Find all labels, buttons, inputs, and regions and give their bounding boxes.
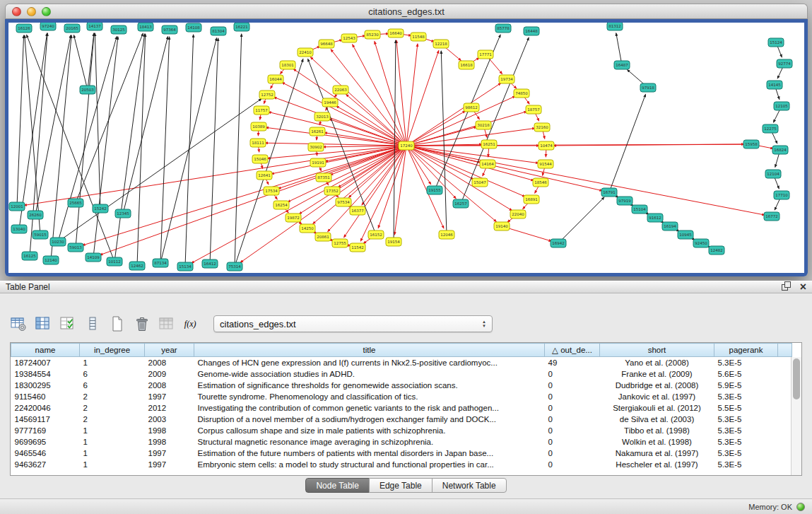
graph-node[interactable]: 13040 <box>11 225 27 233</box>
zoom-window-button[interactable] <box>42 7 51 16</box>
cell-short[interactable]: Nakamura et al. (1997) <box>600 448 714 459</box>
cell-year[interactable]: 2008 <box>145 380 194 391</box>
graph-node[interactable]: 12482 <box>709 246 724 255</box>
cell-out_degree[interactable]: 0 <box>545 402 600 414</box>
graph-node[interactable]: 14109 <box>86 253 101 262</box>
network-table-selector[interactable]: citations_edges.txt ▲ ▼ <box>213 315 493 332</box>
graph-edge[interactable] <box>95 33 100 209</box>
cell-year[interactable]: 2012 <box>145 402 194 414</box>
graph-node[interactable]: 30902 <box>308 143 324 151</box>
cell-year[interactable]: 1998 <box>145 436 194 448</box>
graph-node[interactable]: 14108 <box>186 23 201 32</box>
graph-edge[interactable] <box>83 146 406 245</box>
cell-year[interactable]: 2009 <box>145 368 194 380</box>
graph-node[interactable]: 16221 <box>234 23 249 31</box>
graph-node[interactable]: 15242 <box>93 204 108 213</box>
graph-node[interactable]: 16487 <box>614 61 630 69</box>
cell-out_degree[interactable]: 0 <box>545 425 600 436</box>
graph-node[interactable]: 14137 <box>87 23 102 30</box>
graph-edge[interactable] <box>76 33 94 247</box>
cell-short[interactable]: Franke et al. (2009) <box>600 368 714 380</box>
graph-node[interactable]: 97240 <box>40 23 56 30</box>
cell-name[interactable]: 9465546 <box>11 448 80 459</box>
graph-node[interactable]: 10945 <box>678 230 693 239</box>
graph-node[interactable]: 17352 <box>324 187 340 195</box>
cell-out_degree[interactable]: 0 <box>545 368 600 380</box>
graph-node[interactable]: 22040 <box>510 210 526 218</box>
graph-node[interactable]: 97918 <box>640 83 656 92</box>
graph-node[interactable]: 16254 <box>273 201 289 209</box>
graph-edge[interactable] <box>93 37 118 257</box>
graph-node[interactable]: 18301 <box>280 61 295 69</box>
graph-node[interactable]: 12001 <box>9 202 25 211</box>
cell-title[interactable]: Estimation of significance thresholds fo… <box>194 380 545 391</box>
graph-node[interactable]: 16152 <box>368 230 384 239</box>
graph-node[interactable]: 12462 <box>129 262 145 270</box>
graph-edge[interactable] <box>265 143 406 146</box>
graph-edge[interactable] <box>185 35 194 267</box>
cell-out_degree[interactable]: 0 <box>545 380 600 391</box>
cell-title[interactable]: Changes of HCN gene expression and I(f) … <box>194 357 545 368</box>
graph-edge[interactable] <box>123 37 168 214</box>
table-row[interactable]: 946554611997Estimation of the future num… <box>11 448 792 459</box>
graph-node[interactable]: 96648 <box>319 40 334 48</box>
cell-year[interactable]: 1998 <box>145 425 194 436</box>
table-row[interactable]: 1938455462009Genome-wide association stu… <box>11 368 792 380</box>
graph-node[interactable]: 16824 <box>772 146 788 154</box>
table-row[interactable]: 911546021997Tourette syndrome. Phenomeno… <box>11 391 792 402</box>
cell-year[interactable]: 1997 <box>145 459 194 470</box>
cell-title[interactable]: Corpus callosum shape and size in male p… <box>194 425 545 436</box>
cell-title[interactable]: Tourette syndrome. Phenomenology and cla… <box>194 391 545 402</box>
cell-name[interactable]: 18724007 <box>11 357 80 368</box>
minimize-window-button[interactable] <box>27 7 36 16</box>
graph-edge[interactable] <box>344 146 406 238</box>
graph-node[interactable]: 20165 <box>64 24 80 33</box>
import-table-button[interactable] <box>158 315 175 332</box>
cell-out_degree[interactable]: 0 <box>545 436 600 448</box>
tab-edge-table[interactable]: Edge Table <box>369 478 433 493</box>
graph-edge[interactable] <box>137 34 146 266</box>
graph-edge[interactable] <box>88 33 94 90</box>
table-row[interactable]: 977716911998Corpus callosum shape and si… <box>11 425 792 436</box>
graph-node[interactable]: 16448 <box>524 27 539 35</box>
cell-year[interactable]: 2008 <box>145 357 194 368</box>
table-row[interactable]: 1830029562008Estimation of significance … <box>11 380 792 391</box>
graph-node[interactable]: 19734 <box>499 75 514 83</box>
graph-node[interactable]: 17240 <box>399 141 414 150</box>
graph-node[interactable]: 18757 <box>526 105 541 114</box>
cell-in_degree[interactable]: 1 <box>80 357 145 368</box>
function-builder-button[interactable]: f(x) <box>183 315 200 332</box>
cell-in_degree[interactable]: 1 <box>80 459 145 470</box>
graph-node[interactable]: 10112 <box>107 257 122 266</box>
graph-node[interactable]: 15104 <box>632 205 647 214</box>
cell-in_degree[interactable]: 1 <box>80 425 145 436</box>
tab-node-table[interactable]: Node Table <box>305 478 370 493</box>
cell-name[interactable]: 18300295 <box>11 380 80 391</box>
graph-node[interactable]: 32160 <box>534 123 550 132</box>
table-row[interactable]: 1872400712008Changes of HCN gene express… <box>11 357 792 368</box>
graph-node[interactable]: 16412 <box>202 259 218 268</box>
graph-node[interactable]: 12543 <box>341 34 357 42</box>
graph-node[interactable]: 91544 <box>538 160 553 168</box>
graph-node[interactable]: 19446 <box>322 98 338 107</box>
graph-node[interactable]: 75314 <box>227 262 242 271</box>
graph-node[interactable]: 92450 <box>693 239 709 247</box>
graph-node[interactable]: 12275 <box>763 124 778 133</box>
graph-edge[interactable] <box>160 37 170 263</box>
create-new-column-button[interactable] <box>109 315 126 332</box>
graph-node[interactable]: 16251 <box>481 140 497 148</box>
graph-node[interactable]: 15047 <box>472 178 488 187</box>
graph-node[interactable]: 17534 <box>264 187 279 195</box>
graph-node[interactable]: 32013 <box>314 112 330 121</box>
memory-status-icon[interactable] <box>796 503 805 511</box>
graph-node[interactable]: 16640 <box>388 29 404 37</box>
tab-network-table[interactable]: Network Table <box>432 478 507 493</box>
graph-edge[interactable] <box>192 146 406 263</box>
column-header-title[interactable]: title <box>194 344 545 357</box>
graph-node[interactable]: 15958 <box>743 140 759 148</box>
graph-edge[interactable] <box>266 127 406 146</box>
table-settings-button[interactable] <box>10 315 27 332</box>
graph-node[interactable]: 81312 <box>607 23 623 30</box>
graph-node[interactable]: 16126 <box>16 24 32 33</box>
graph-node[interactable]: 20861 <box>315 233 331 241</box>
